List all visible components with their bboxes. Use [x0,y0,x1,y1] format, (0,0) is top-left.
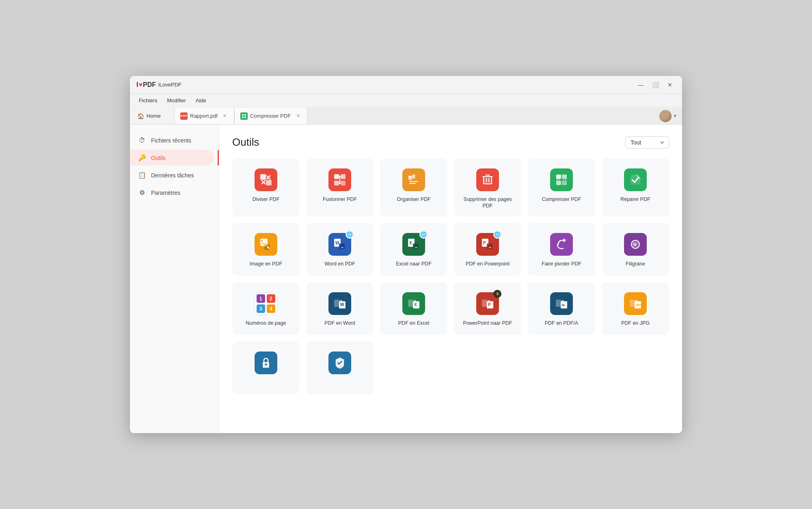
svg-rect-3 [244,116,246,118]
tool-word-pdf[interactable]: 🌐 W Word en PDF [306,223,374,276]
menubar: Fichiers Modifier Aide [130,94,682,108]
tool-pdf-excel[interactable]: X PDF en Excel [380,282,447,335]
tool-pdf-powerpoint[interactable]: 🌐 P PDF en Powerpoint [454,223,521,276]
tabsbar-right: ▾ [659,110,682,122]
menu-aide[interactable]: Aide [192,96,210,105]
app-window: I♥PDF iLovePDF — ⬜ ✕ Fichiers Modifier A… [130,76,682,433]
tool-pdf-pdfa-label: PDF en PDF/A [545,320,579,326]
user-avatar[interactable] [659,110,672,122]
svg-rect-5 [266,180,272,185]
tool-pdf-jpg[interactable]: JPG PDF en JPG [602,282,669,335]
svg-rect-45 [408,300,414,307]
svg-rect-8 [334,181,339,185]
menu-fichiers[interactable]: Fichiers [135,96,162,105]
svg-rect-42 [334,300,340,307]
tool-fusionner-label: Fusionner PDF [323,196,357,203]
sidebar-item-recent[interactable]: ⏱ Fichiers récents [130,133,214,148]
tools-grid: Diviser PDF Fusionner PDF [232,158,669,394]
filter-dropdown[interactable]: Tout Convertir Organiser Optimiser Sécur… [625,136,669,149]
svg-rect-22 [264,244,270,250]
tool-word-pdf-icon: 🌐 W [328,233,351,256]
tab-compresser-label: Compresser PDF [250,113,291,119]
tab-rapport-close[interactable]: ✕ [222,113,228,119]
tool-proteger[interactable] [232,341,300,394]
tool-pdf-pdfa[interactable]: /A PDF en PDF/A [528,282,595,335]
svg-text:A: A [409,177,410,179]
close-button[interactable]: ✕ [664,79,676,91]
tool-pivoter[interactable]: Faire pivoter PDF [528,223,595,276]
sidebar-recent-label: Fichiers récents [151,137,191,144]
svg-rect-25 [339,244,345,249]
svg-text:W: W [335,241,339,245]
svg-text:3: 3 [259,306,262,312]
globe-badge-ppt: 🌐 [493,231,501,239]
tool-organiser-label: Organiser PDF [397,196,430,203]
home-icon: 🏠 [137,113,144,119]
tool-diviser-icon [255,168,277,191]
svg-rect-51 [556,300,561,307]
tool-numeros-label: Numéros de page [246,320,286,326]
tab-home[interactable]: 🏠 Home [130,108,175,124]
tool-securite[interactable] [306,341,374,394]
svg-rect-1 [244,114,246,116]
tool-diviser-label: Diviser PDF [253,196,280,203]
tab-rapport-label: Rapport.pdf [190,113,218,119]
tool-organiser[interactable]: A B Organiser PDF [380,158,447,216]
svg-text:W: W [340,302,344,307]
minimize-button[interactable]: — [635,79,646,91]
tool-fusionner-icon [328,168,351,191]
clock-icon: ⏱ [138,137,146,144]
tab-rapport[interactable]: PDF Rapport.pdf ✕ [175,108,234,124]
tool-supprimer-icon [476,168,499,191]
sidebar: ⏱ Fichiers récents 🔑 Outils 📋 Dernières … [130,125,219,433]
sidebar-tasks-label: Dernières tâches [151,172,194,179]
svg-text:1: 1 [259,296,262,302]
svg-rect-2 [242,116,244,118]
tool-image-pdf-label: Image en PDF [250,261,283,267]
avatar-chevron-icon[interactable]: ▾ [674,113,676,119]
pdf-tab-icon: PDF [180,112,188,120]
titlebar-left: I♥PDF iLovePDF [136,81,181,88]
tool-excel-pdf[interactable]: 🌐 X Excel naar PDF [380,223,447,276]
svg-text:X: X [409,241,412,245]
svg-rect-7 [341,174,346,179]
tab-compresser[interactable]: Compresser PDF ✕ [235,108,307,124]
tool-pdf-jpg-icon: JPG [624,292,647,315]
content-header: Outils Tout Convertir Organiser Optimise… [232,136,669,149]
logo-i: I [136,81,138,88]
tool-pdf-word[interactable]: W PDF en Word [306,282,374,335]
tool-securite-icon [328,352,351,374]
tool-ppt-pdf-label: PowerPoint naar PDF [463,320,512,326]
tool-image-pdf[interactable]: Image en PDF [232,223,300,276]
logo-text: I♥PDF [136,81,156,88]
tool-numeros[interactable]: 1 2 3 4 Numéros de page [232,282,300,335]
app-name: iLovePDF [158,82,181,88]
tool-compresser[interactable]: Compresser PDF [528,158,595,216]
home-tab-label: Home [147,113,161,119]
tool-supprimer[interactable]: Supprimer des pages PDF [454,158,521,216]
maximize-button[interactable]: ⬜ [650,79,661,91]
sidebar-item-settings[interactable]: ⚙ Paramètres [130,185,214,201]
sidebar-item-tasks[interactable]: 📋 Dernières tâches [130,167,214,183]
svg-text:2: 2 [270,296,272,302]
svg-rect-6 [334,174,339,179]
tool-filigrane[interactable]: W Filigrane [602,223,669,276]
list-icon: 📋 [138,171,146,179]
svg-rect-14 [484,177,492,184]
svg-text:P: P [483,241,486,245]
tool-supprimer-label: Supprimer des pages PDF [459,196,516,209]
tool-diviser[interactable]: Diviser PDF [232,158,300,216]
tool-pdf-powerpoint-icon: 🌐 P [476,233,499,256]
svg-rect-9 [341,181,346,185]
tool-ppt-pdf[interactable]: ♛ P PowerPoint naar PDF [454,282,521,335]
menu-modifier[interactable]: Modifier [163,96,190,105]
sidebar-item-tools[interactable]: 🔑 Outils [130,150,214,166]
svg-rect-4 [260,174,266,180]
titlebar-controls: — ⬜ ✕ [635,79,676,91]
tool-organiser-icon: A B [402,168,425,191]
tool-word-pdf-label: Word en PDF [324,261,355,267]
tool-reparer[interactable]: Réparer PDF [602,158,669,216]
tool-fusionner[interactable]: Fusionner PDF [306,158,374,216]
tool-reparer-icon [624,168,647,191]
tab-compresser-close[interactable]: ✕ [295,113,301,119]
